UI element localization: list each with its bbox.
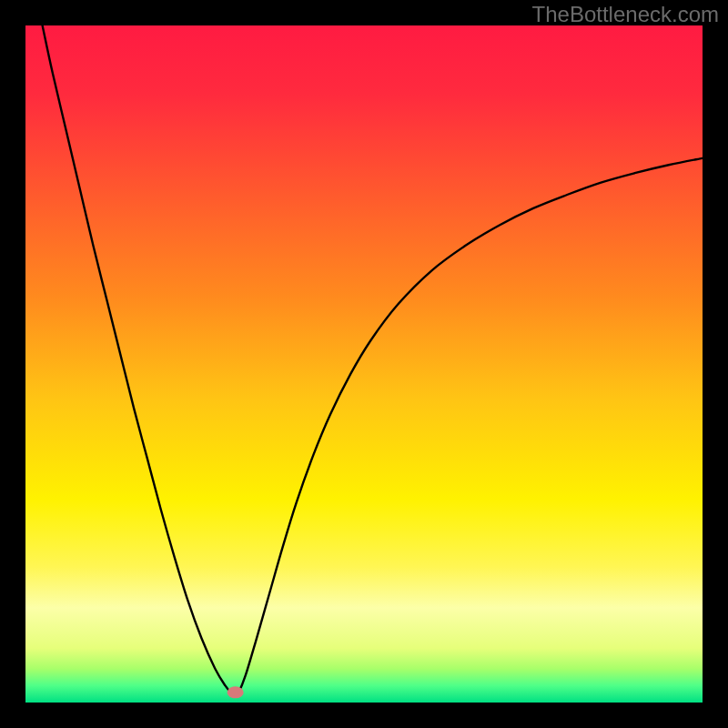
gradient-background xyxy=(25,25,703,703)
plot-area xyxy=(25,25,703,703)
minimum-marker xyxy=(228,686,244,698)
attribution-label: TheBottleneck.com xyxy=(532,2,719,27)
chart-frame: TheBottleneck.com xyxy=(0,0,728,728)
chart-svg xyxy=(25,25,703,703)
